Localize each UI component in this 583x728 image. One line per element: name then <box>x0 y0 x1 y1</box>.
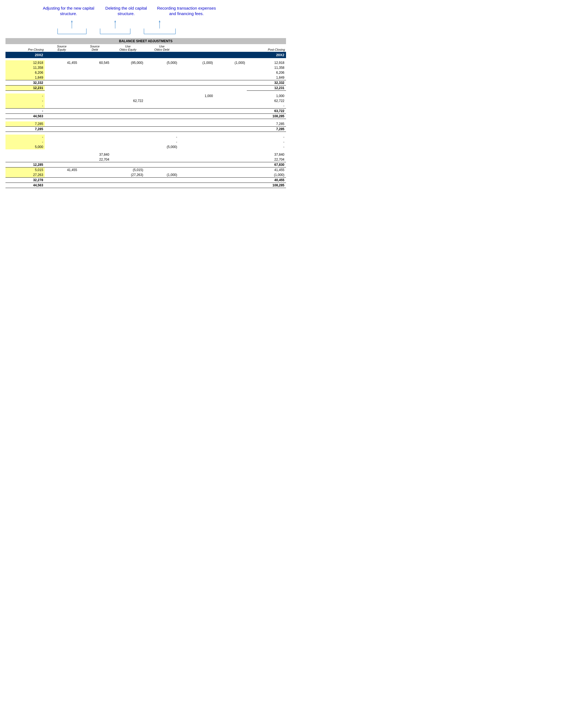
table-row: -1,0001,000 <box>5 94 286 98</box>
adj-col-4 <box>179 177 214 183</box>
adj-col-3 <box>145 70 179 75</box>
adj-col-1 <box>79 139 111 145</box>
table-row: --- <box>5 139 286 145</box>
brackets-svg <box>41 19 214 38</box>
adj-col-2: (5,015) <box>111 167 145 173</box>
adj-col-5 <box>214 177 247 183</box>
year-row: 20X2 20X2 <box>5 52 286 58</box>
table-row: 44,563108,285 <box>5 183 286 188</box>
table-row: 7,2857,285 <box>5 127 286 132</box>
adj-col-1: 37,840 <box>79 152 111 157</box>
pre-closing-header: Pre-Closing <box>5 44 45 52</box>
pre-closing-cell: 27,263 <box>5 173 45 178</box>
adj-col-3 <box>145 149 179 152</box>
post-closing-cell: 6,206 <box>247 70 286 75</box>
post-closing-header: Post-Closing <box>247 44 286 52</box>
adj-col-0 <box>45 132 79 135</box>
pre-closing-cell: 5,015 <box>5 167 45 173</box>
brackets-container <box>5 19 286 38</box>
adj-col-1 <box>79 167 111 173</box>
adj-col-4 <box>179 98 214 103</box>
adj-col-5 <box>214 167 247 173</box>
adj-col-5 <box>214 135 247 139</box>
adj-col-0 <box>45 65 79 70</box>
adj-col-2 <box>111 157 145 162</box>
adj-col-2 <box>111 183 145 188</box>
annotation-3: Recording transaction expenses and finan… <box>156 5 217 16</box>
adj-col-5 <box>214 173 247 178</box>
use-tf-line2: Trnsctn Fees <box>188 48 205 51</box>
adj-col-4 <box>179 80 214 85</box>
adj-col-1 <box>79 65 111 70</box>
post-closing-cell: 67,830 <box>247 162 286 167</box>
annotation-2: Deleting the old capital structure. <box>99 5 154 16</box>
pre-closing-cell <box>5 152 45 157</box>
table-row: 12,91841,45560,545(95,000)(5,000)(1,000)… <box>5 60 286 65</box>
adj-col-2 <box>111 122 145 127</box>
svg-marker-9 <box>115 20 116 22</box>
table-row: 1,8491,849 <box>5 75 286 80</box>
adj-col-5 <box>214 152 247 157</box>
adj-col-0 <box>45 98 79 103</box>
post-closing-cell: 40,455 <box>247 177 286 183</box>
adj-col-4 <box>179 132 214 135</box>
adj-col-3 <box>145 162 179 167</box>
adj-col-2 <box>111 152 145 157</box>
use-oldco-debt-header: Use Oldco Debt <box>145 44 179 52</box>
use-od-line1: Use <box>159 45 164 48</box>
adj-col-4 <box>179 162 214 167</box>
balance-sheet-table: BALANCE SHEET ADJUSTMENTS Pre-Closing So… <box>5 38 286 188</box>
source-equity-header: Source Equity <box>45 44 79 52</box>
adj-col-3 <box>145 75 179 80</box>
adj-col-0 <box>45 75 79 80</box>
col-header-row: Pre-Closing Source Equity Source Debt Us… <box>5 44 286 52</box>
adj-col-2 <box>111 162 145 167</box>
post-closing-cell: 22,704 <box>247 157 286 162</box>
adj-col-3 <box>145 152 179 157</box>
adj-col-2 <box>111 94 145 98</box>
use-oe-line1: Use <box>125 45 131 48</box>
pre-closing-cell: 7,285 <box>5 127 45 132</box>
adj-col-4 <box>179 152 214 157</box>
adj-col-4 <box>179 135 214 139</box>
table-row: --- <box>5 135 286 139</box>
adj-col-2 <box>111 80 145 85</box>
source-equity-line2: Equity <box>57 48 66 51</box>
adj-col-0 <box>45 145 79 149</box>
adj-col-3: - <box>145 139 179 145</box>
adj-col-1 <box>79 70 111 75</box>
table-row: 5,01541,455(5,015)41,455 <box>5 167 286 173</box>
use-tf-line1: Use <box>194 45 199 48</box>
post-closing-cell: - <box>247 103 286 108</box>
source-debt-line2: Debt <box>92 48 98 51</box>
post-closing-cell: (1,000) <box>247 173 286 178</box>
adj-col-2 <box>111 145 145 149</box>
adj-col-3: (5,000) <box>145 145 179 149</box>
post-closing-cell: 12,231 <box>247 85 286 91</box>
adj-col-0 <box>45 177 79 183</box>
post-closing-cell: 7,285 <box>247 127 286 132</box>
adj-col-1 <box>79 149 111 152</box>
bsa-header-row: BALANCE SHEET ADJUSTMENTS <box>5 38 286 44</box>
adj-col-4 <box>179 85 214 91</box>
pre-closing-cell: 12,285 <box>5 162 45 167</box>
post-closing-cell: 12,918 <box>247 60 286 65</box>
annotation-1: Adjusting for the new capital structure. <box>41 5 96 16</box>
post-closing-cell: 1,849 <box>247 75 286 80</box>
annotation-3-text: Recording transaction expenses and finan… <box>157 6 216 16</box>
table-row: 44,563108,285 <box>5 113 286 119</box>
adj-col-0 <box>45 127 79 132</box>
adj-col-3 <box>145 80 179 85</box>
adj-col-5 <box>214 119 247 122</box>
adj-col-1 <box>79 162 111 167</box>
adj-col-5 <box>214 127 247 132</box>
adj-col-1: 60,545 <box>79 60 111 65</box>
adj-col-5 <box>214 145 247 149</box>
pre-closing-cell: - <box>5 135 45 139</box>
adj-col-4 <box>179 127 214 132</box>
post-closing-cell: 41,455 <box>247 167 286 173</box>
table-row <box>5 149 286 152</box>
adj-col-3 <box>145 177 179 183</box>
annotations-container: Adjusting for the new capital structure.… <box>5 5 286 16</box>
adj-col-0 <box>45 91 79 94</box>
